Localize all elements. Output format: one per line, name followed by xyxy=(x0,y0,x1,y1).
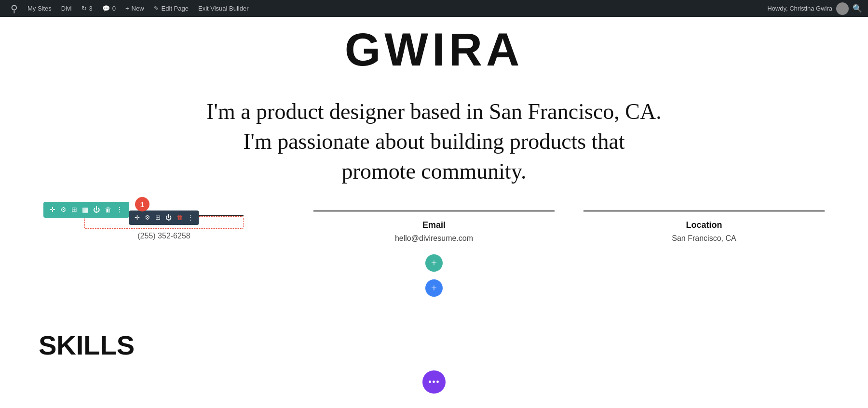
row-toggle-icon[interactable]: ⏻ xyxy=(164,213,173,223)
row-add-icon[interactable]: ✛ xyxy=(133,213,141,223)
my-sites-link[interactable]: My Sites xyxy=(23,0,56,17)
comments-link[interactable]: 💬 0 xyxy=(97,0,121,17)
divi-link[interactable]: Divi xyxy=(56,0,77,17)
comments-count: 0 xyxy=(112,5,116,12)
exit-visual-builder-link[interactable]: Exit Visual Builder xyxy=(193,0,254,17)
row-toolbar[interactable]: ✛ ⚙ ⊞ ⏻ 🗑 ⋮ xyxy=(129,211,199,225)
new-link[interactable]: + New xyxy=(121,0,149,17)
search-icon[interactable]: 🔍 xyxy=(853,4,862,13)
section-settings-icon[interactable]: ⚙ xyxy=(59,205,68,215)
email-value: hello@diviresume.com xyxy=(395,234,473,243)
phone-column: ✛ ⚙ ⊞ ▦ ⏻ 🗑 ⋮ 1 ✛ ⚙ ⊞ ⏻ 🗑 ⋮ xyxy=(29,211,299,301)
howdy-text: Howdy, Christina Gwira xyxy=(767,5,832,12)
section-columns-icon[interactable]: ⊞ xyxy=(70,205,79,215)
page-content: GWIRA I'm a product designer based in Sa… xyxy=(0,17,868,370)
row-settings-icon[interactable]: ⚙ xyxy=(143,213,152,223)
row-columns-icon[interactable]: ⊞ xyxy=(154,213,162,223)
hero-line2: I'm passionate about building products t… xyxy=(243,129,624,154)
logo-text: GWIRA xyxy=(0,26,868,73)
skills-section: SKILLS xyxy=(0,315,868,370)
skills-title: SKILLS xyxy=(39,329,829,361)
row-delete-icon[interactable]: 🗑 xyxy=(175,213,184,223)
section-delete-icon[interactable]: 🗑 xyxy=(103,205,113,215)
section-more-icon[interactable]: ⋮ xyxy=(115,205,124,215)
location-value: San Francisco, CA xyxy=(672,234,736,243)
location-label: Location xyxy=(686,220,722,230)
admin-bar-right: Howdy, Christina Gwira 🔍 xyxy=(767,2,862,15)
phone-value: (255) 352-6258 xyxy=(137,232,190,240)
email-label: Email xyxy=(422,220,446,230)
row-more-icon[interactable]: ⋮ xyxy=(186,213,195,223)
section-toggle-icon[interactable]: ⏻ xyxy=(92,205,101,215)
avatar xyxy=(836,2,849,15)
hero-section: I'm a product designer based in San Fran… xyxy=(0,78,868,201)
hero-text: I'm a product designer based in San Fran… xyxy=(193,97,675,186)
add-button-teal[interactable]: + xyxy=(425,254,443,272)
admin-bar: ⚲ My Sites Divi ↻ 3 💬 0 + New ✎ Edit Pag… xyxy=(0,0,868,17)
logo-section: GWIRA xyxy=(0,17,868,78)
location-column: Location San Francisco, CA xyxy=(569,211,839,301)
section-toolbar[interactable]: ✛ ⚙ ⊞ ▦ ⏻ 🗑 ⋮ xyxy=(43,202,129,218)
email-column: Email hello@diviresume.com + + xyxy=(299,211,569,301)
number-badge: 1 xyxy=(135,197,149,211)
add-button-blue[interactable]: + xyxy=(425,279,443,297)
email-divider xyxy=(313,211,555,211)
email-add-buttons: + + xyxy=(425,250,443,301)
section-grid-icon[interactable]: ▦ xyxy=(81,205,90,215)
hero-line1: I'm a product designer based in San Fran… xyxy=(206,99,661,124)
sync-link[interactable]: ↻ 3 xyxy=(77,0,97,17)
purple-dots-button[interactable]: ••• xyxy=(422,370,446,394)
info-section: ✛ ⚙ ⊞ ▦ ⏻ 🗑 ⋮ 1 ✛ ⚙ ⊞ ⏻ 🗑 ⋮ xyxy=(0,201,868,315)
location-divider xyxy=(583,211,825,211)
hero-line3: promote community. xyxy=(342,159,527,184)
edit-page-link[interactable]: ✎ Edit Page xyxy=(149,0,193,17)
section-add-icon[interactable]: ✛ xyxy=(48,205,57,215)
sync-count: 3 xyxy=(89,5,93,12)
wordpress-icon[interactable]: ⚲ xyxy=(6,0,23,17)
